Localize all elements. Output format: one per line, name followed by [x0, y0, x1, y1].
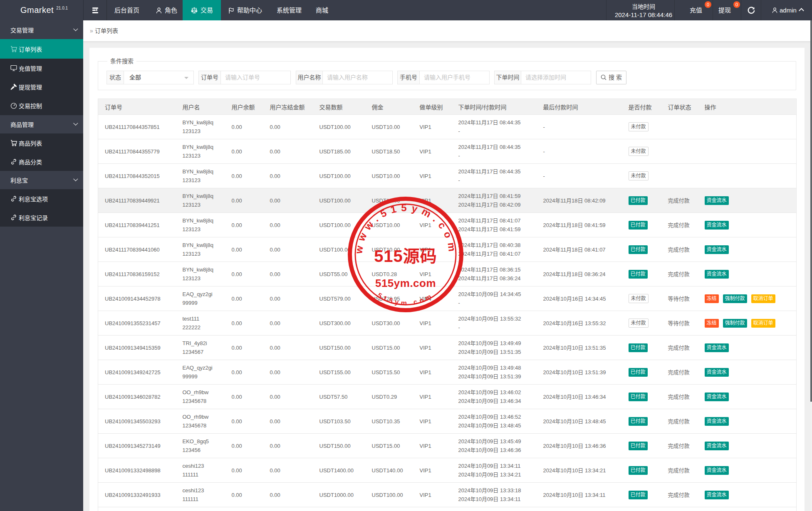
- svg-text:515ym.com: 515ym.com: [375, 277, 436, 289]
- svg-text:515源码: 515源码: [374, 243, 437, 267]
